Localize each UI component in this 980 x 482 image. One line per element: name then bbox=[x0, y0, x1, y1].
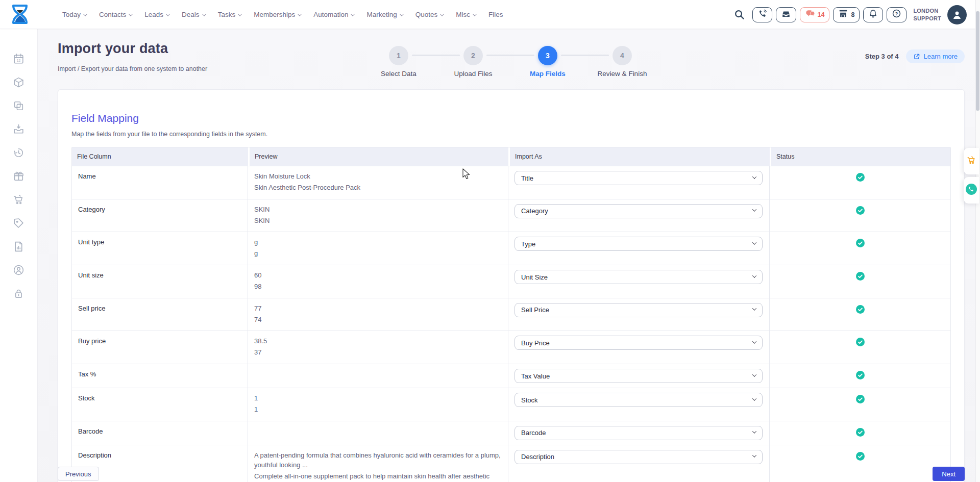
scrollbar-thumb[interactable] bbox=[976, 11, 979, 111]
select-value: Buy Price bbox=[521, 339, 550, 347]
nav-item-marketing[interactable]: Marketing bbox=[366, 11, 403, 18]
sidebar-item-report[interactable] bbox=[12, 240, 26, 253]
chat-button[interactable]: 14 bbox=[800, 7, 830, 22]
status-check-icon bbox=[856, 395, 865, 405]
import-as-select[interactable]: Category bbox=[514, 204, 763, 218]
sidebar-item-gift[interactable] bbox=[12, 169, 26, 183]
nav-item-quotes[interactable]: Quotes bbox=[415, 11, 444, 18]
preview-cell: gg bbox=[248, 232, 508, 265]
wizard-stepper: 1 Select Data2 Upload Files3 Map Fields4… bbox=[378, 46, 644, 82]
avatar[interactable] bbox=[947, 5, 967, 24]
floating-cart-button[interactable] bbox=[964, 148, 979, 174]
nav-item-label: Deals bbox=[182, 11, 200, 18]
sidebar-item-cart[interactable] bbox=[12, 193, 26, 206]
step-label: Select Data bbox=[363, 70, 434, 78]
sidebar-item-calendar[interactable]: 12 bbox=[12, 52, 26, 65]
select-value: Stock bbox=[521, 396, 538, 404]
chevron-down-icon bbox=[752, 240, 756, 244]
chevron-down-icon bbox=[129, 12, 133, 16]
nav-item-deals[interactable]: Deals bbox=[182, 11, 206, 18]
step-label: Map Fields bbox=[512, 70, 583, 78]
preview-cell: A patent-pending formula that combines h… bbox=[248, 445, 508, 482]
sidebar-item-tag[interactable] bbox=[12, 216, 26, 230]
store-button[interactable]: 8 bbox=[833, 7, 860, 22]
nav-item-misc[interactable]: Misc bbox=[456, 11, 476, 18]
floating-phone-button[interactable] bbox=[964, 177, 979, 204]
step-upload-files[interactable]: 2 Upload Files bbox=[437, 46, 509, 78]
field-mapping-table: File ColumnPreviewImport AsStatusNameSki… bbox=[71, 147, 951, 482]
table-row: CategorySKINSKIN Category bbox=[72, 199, 950, 232]
sidebar-item-account[interactable] bbox=[12, 263, 26, 276]
file-column-cell: Unit size bbox=[72, 265, 248, 298]
section-subtitle: Map the fields from your file to the cor… bbox=[71, 131, 951, 138]
import-as-select[interactable]: Title bbox=[514, 171, 763, 185]
import-as-select[interactable]: Unit Size bbox=[514, 270, 763, 284]
preview-cell: 6098 bbox=[248, 265, 508, 298]
import-as-select[interactable]: Description bbox=[514, 450, 763, 464]
nav-item-automation[interactable]: Automation bbox=[313, 11, 354, 18]
page-subtitle: Import / Export your data from one syste… bbox=[58, 65, 207, 72]
nav-item-contacts[interactable]: Contacts bbox=[99, 11, 132, 18]
import-as-select[interactable]: Type bbox=[514, 237, 763, 251]
chevron-down-icon bbox=[752, 396, 756, 400]
import-as-select[interactable]: Buy Price bbox=[514, 336, 763, 350]
status-cell bbox=[770, 388, 950, 421]
learn-more-button[interactable]: Learn more bbox=[906, 49, 965, 63]
preview-cell: 11 bbox=[248, 388, 508, 421]
chat-bubbles-icon bbox=[805, 9, 815, 20]
nav-item-leads[interactable]: Leads bbox=[144, 11, 169, 18]
preview-line: A patent-pending formula that combines h… bbox=[254, 451, 502, 470]
phone-button[interactable] bbox=[752, 7, 772, 22]
previous-button[interactable]: Previous bbox=[58, 467, 99, 481]
import-as-cell: Barcode bbox=[508, 421, 770, 445]
notifications-button[interactable] bbox=[863, 7, 883, 22]
column-header: File Column bbox=[72, 147, 248, 166]
help-button[interactable]: ? bbox=[887, 7, 906, 22]
status-check-icon bbox=[856, 206, 865, 217]
status-check-icon bbox=[856, 338, 865, 348]
sidebar-item-copy[interactable] bbox=[12, 99, 26, 112]
store-count-badge: 8 bbox=[851, 11, 854, 18]
import-box-icon bbox=[12, 123, 25, 136]
user-label: LONDON SUPPORT bbox=[913, 7, 941, 22]
preview-line: SKIN bbox=[254, 205, 502, 215]
next-button[interactable]: Next bbox=[933, 467, 965, 481]
sidebar-item-package[interactable] bbox=[12, 75, 26, 89]
column-header: Status bbox=[770, 147, 950, 166]
nav-item-today[interactable]: Today bbox=[62, 11, 87, 18]
sidebar-item-lock[interactable] bbox=[12, 287, 26, 300]
nav-item-files[interactable]: Files bbox=[488, 11, 503, 18]
import-as-select[interactable]: Stock bbox=[514, 393, 763, 407]
tag-icon bbox=[12, 217, 25, 230]
import-as-select[interactable]: Sell Price bbox=[514, 303, 763, 317]
preview-line: Skin Moisture Lock bbox=[254, 172, 502, 182]
nav-item-label: Leads bbox=[144, 11, 163, 18]
table-row: Buy price38.537 Buy Price bbox=[72, 331, 950, 364]
topbar-actions: 14 8 ? LONDON SUPPORT bbox=[734, 0, 967, 29]
preview-line: 37 bbox=[254, 348, 502, 358]
nav-item-label: Memberships bbox=[254, 11, 295, 18]
step-select-data[interactable]: 1 Select Data bbox=[363, 46, 434, 78]
search-icon[interactable] bbox=[734, 9, 745, 20]
nav-item-label: Misc bbox=[456, 11, 470, 18]
nav-item-tasks[interactable]: Tasks bbox=[218, 11, 242, 18]
step-map-fields[interactable]: 3 Map Fields bbox=[512, 46, 583, 78]
import-as-select[interactable]: Barcode bbox=[514, 426, 763, 440]
select-value: Title bbox=[521, 174, 533, 182]
sidebar-item-history[interactable] bbox=[12, 146, 26, 159]
preview-line: 60 bbox=[254, 271, 502, 281]
nav-item-memberships[interactable]: Memberships bbox=[254, 11, 301, 18]
help-icon: ? bbox=[892, 9, 901, 20]
table-row: Tax % Tax Value bbox=[72, 364, 950, 388]
chevron-down-icon bbox=[752, 372, 756, 376]
status-check-icon bbox=[856, 173, 865, 184]
app-logo[interactable] bbox=[9, 4, 31, 25]
inbox-button[interactable] bbox=[776, 7, 796, 22]
sidebar-item-import-box[interactable] bbox=[12, 122, 26, 136]
import-as-select[interactable]: Tax Value bbox=[514, 369, 763, 383]
step-review-finish[interactable]: 4 Review & Finish bbox=[586, 46, 658, 78]
main-content: Import your data Import / Export your da… bbox=[38, 29, 980, 482]
status-cell bbox=[770, 265, 950, 298]
step-number: 2 bbox=[463, 46, 483, 65]
store-icon bbox=[838, 9, 848, 20]
